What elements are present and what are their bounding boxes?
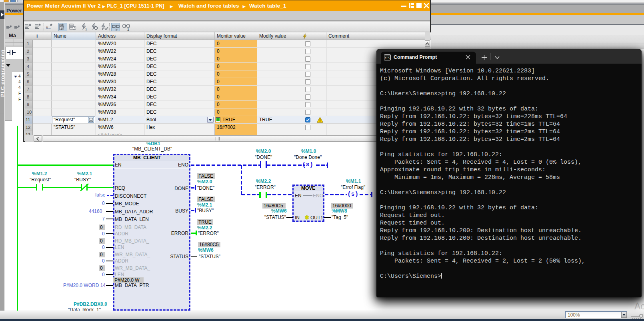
svg-text:1: 1 [85, 28, 87, 31]
svg-text:C:\: C:\ [385, 57, 390, 60]
svg-text:1: 1 [127, 28, 129, 31]
svg-text:II...: II... [46, 26, 51, 30]
